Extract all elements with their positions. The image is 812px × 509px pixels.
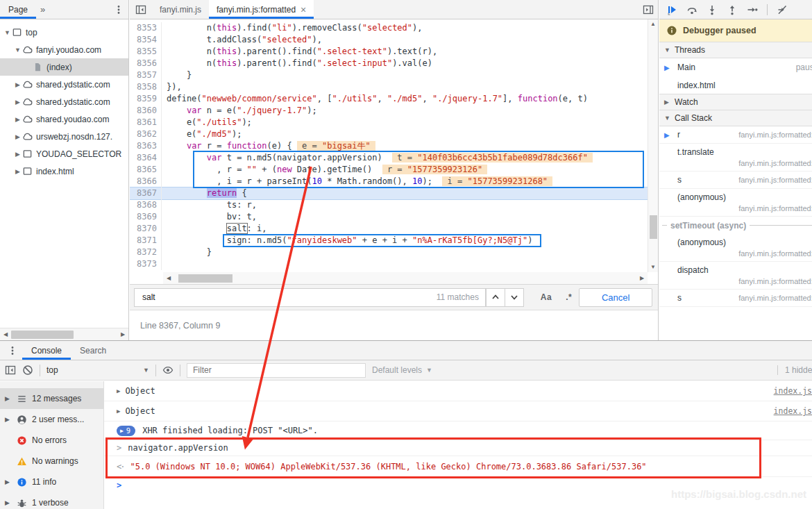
- next-match-button[interactable]: [505, 288, 524, 307]
- console-filter-11-info[interactable]: ▶11 info: [0, 472, 103, 492]
- step-button[interactable]: [747, 4, 758, 15]
- line-number[interactable]: 8370: [130, 223, 162, 235]
- scroll-right-icon[interactable]: ▶: [636, 275, 648, 281]
- line-number[interactable]: 8358: [130, 81, 162, 93]
- scroll-left-icon[interactable]: ◀: [0, 331, 11, 337]
- line-number[interactable]: 8363: [130, 140, 162, 152]
- line-number[interactable]: 8362: [130, 128, 162, 140]
- expand-arrow-icon[interactable]: ▶: [5, 416, 12, 423]
- tab-page[interactable]: Page: [0, 0, 36, 19]
- console-filter-2-user-mess-[interactable]: ▶2 user mess...: [0, 409, 103, 430]
- step-into-button[interactable]: [707, 4, 718, 15]
- scrollbar-thumb[interactable]: [650, 215, 657, 239]
- console-prompt-row[interactable]: >: [104, 477, 812, 494]
- tree-item[interactable]: ▶index.html: [0, 162, 128, 180]
- expand-arrow-icon[interactable]: ▶: [117, 387, 120, 394]
- collapse-arrow-icon[interactable]: ▶: [13, 133, 22, 140]
- tree-item[interactable]: ▶shared.ydstatic.com: [0, 76, 128, 93]
- line-number[interactable]: 8360: [130, 105, 162, 117]
- tree-item[interactable]: ▶shared.ydstatic.com: [0, 93, 128, 110]
- tab-fanyi-min-js[interactable]: fanyi.min.js: [152, 0, 209, 19]
- previous-match-button[interactable]: [486, 288, 505, 307]
- line-number[interactable]: 8355: [130, 46, 162, 58]
- scroll-down-icon[interactable]: ▼: [648, 262, 658, 272]
- console-object-row[interactable]: ▶Objectindex.js: [104, 381, 812, 401]
- expand-arrow-icon[interactable]: ▶: [5, 395, 12, 402]
- scrollbar-thumb[interactable]: [178, 274, 232, 283]
- line-number[interactable]: 8368: [130, 199, 162, 211]
- console-filter-no-warnings[interactable]: No warnings: [0, 451, 103, 472]
- more-tabs-chevron[interactable]: »: [36, 4, 49, 15]
- scroll-up-icon[interactable]: ▲: [648, 19, 658, 29]
- collapse-arrow-icon[interactable]: ▶: [13, 116, 22, 123]
- tree-item[interactable]: ▶shared.youdao.com: [0, 110, 128, 128]
- call-stack-section-header[interactable]: ▼ Call Stack: [659, 110, 812, 126]
- collapse-arrow-icon[interactable]: ▶: [13, 99, 22, 106]
- console-filter-no-errors[interactable]: No errors: [0, 430, 103, 451]
- console-filter-1-verbose[interactable]: ▶1 verbose: [0, 492, 103, 509]
- editor-vertical-scrollbar[interactable]: ▲ ▼: [648, 19, 658, 272]
- call-stack-frame[interactable]: sfanyi.min.js:formatted:93: [659, 172, 812, 189]
- console-sidebar-toggle-button[interactable]: [5, 365, 16, 376]
- navigator-toggle-button[interactable]: [130, 0, 152, 19]
- line-number[interactable]: 8353: [130, 22, 162, 34]
- log-levels-dropdown[interactable]: Default levels ▼: [372, 365, 432, 375]
- thread-main[interactable]: ▶ Main paused: [659, 58, 812, 76]
- tree-item[interactable]: ▶YOUDAO_SELECTOR: [0, 145, 128, 162]
- call-stack-frame[interactable]: t.translatefanyi.min.js:formatted:89: [659, 144, 812, 172]
- tree-item[interactable]: ▼top: [0, 24, 128, 41]
- scrollbar-thumb[interactable]: [11, 331, 74, 339]
- console-filter-12-messages[interactable]: ▶12 messages: [0, 388, 103, 409]
- call-stack-frame[interactable]: sfanyi.min.js:formatted:53: [659, 290, 812, 307]
- expand-arrow-icon[interactable]: ▶: [5, 499, 12, 506]
- call-stack-frame[interactable]: ▶rfanyi.min.js:formatted:83: [659, 126, 812, 144]
- expand-arrow-icon[interactable]: ▼: [3, 29, 12, 36]
- thread-index-html[interactable]: index.html: [659, 76, 812, 94]
- clear-console-button[interactable]: [22, 365, 33, 376]
- regex-toggle[interactable]: .*: [559, 292, 579, 302]
- tab-console[interactable]: Console: [22, 341, 71, 360]
- expand-arrow-icon[interactable]: ▼: [13, 47, 22, 53]
- scroll-right-icon[interactable]: ▶: [117, 331, 128, 337]
- line-number[interactable]: 8371: [130, 235, 162, 247]
- live-expression-button[interactable]: [162, 365, 174, 376]
- collapse-arrow-icon[interactable]: ▶: [13, 81, 22, 88]
- console-xhr-row[interactable]: ▶9XHR finished loading: POST "<URL>".: [104, 422, 812, 440]
- source-link[interactable]: index.js: [774, 386, 812, 396]
- navigator-horizontal-scrollbar[interactable]: ◀ ▶: [0, 328, 128, 340]
- filter-input[interactable]: [187, 363, 366, 378]
- tree-item[interactable]: ▶urswebzj.nosdn.127.: [0, 128, 128, 145]
- expand-arrow-icon[interactable]: ▶: [117, 408, 120, 415]
- cancel-button[interactable]: Cancel: [579, 288, 652, 307]
- open-editors-button[interactable]: [643, 0, 657, 19]
- scroll-left-icon[interactable]: ◀: [163, 275, 174, 281]
- line-number[interactable]: 8365: [130, 164, 162, 176]
- resume-button[interactable]: [666, 4, 677, 15]
- line-number[interactable]: 8372: [130, 247, 162, 258]
- tab-fanyi-min-js-formatted[interactable]: fanyi.min.js:formatted ×: [209, 0, 314, 19]
- navigator-menu-button[interactable]: [113, 4, 124, 15]
- tree-item[interactable]: (index): [0, 58, 128, 76]
- watch-section-header[interactable]: ▶ Watch: [659, 94, 812, 110]
- line-number[interactable]: 8366: [130, 176, 162, 187]
- match-case-toggle[interactable]: Aa: [534, 292, 559, 302]
- line-number[interactable]: 8357: [130, 69, 162, 81]
- drawer-menu-button[interactable]: [3, 345, 22, 356]
- execution-context-selector[interactable]: top ▼: [46, 365, 149, 375]
- expand-arrow-icon[interactable]: ▶: [5, 478, 12, 485]
- deactivate-breakpoints-button[interactable]: [777, 4, 788, 15]
- line-number[interactable]: 8354: [130, 34, 162, 46]
- object-preview[interactable]: Object: [125, 406, 155, 416]
- console-object-row[interactable]: ▶Objectindex.js: [104, 401, 812, 422]
- step-out-button[interactable]: [727, 4, 738, 15]
- line-number[interactable]: 8359: [130, 93, 162, 105]
- line-number[interactable]: 8367: [130, 187, 162, 199]
- call-stack-frame[interactable]: (anonymous)fanyi.min.js:formatted:93: [659, 234, 812, 262]
- line-number[interactable]: 8369: [130, 211, 162, 223]
- object-preview[interactable]: Object: [125, 386, 155, 396]
- tab-search[interactable]: Search: [71, 341, 115, 360]
- step-over-button[interactable]: [686, 4, 697, 15]
- line-number[interactable]: 8364: [130, 152, 162, 164]
- collapse-arrow-icon[interactable]: ▶: [13, 168, 22, 175]
- source-link[interactable]: index.js: [774, 406, 812, 416]
